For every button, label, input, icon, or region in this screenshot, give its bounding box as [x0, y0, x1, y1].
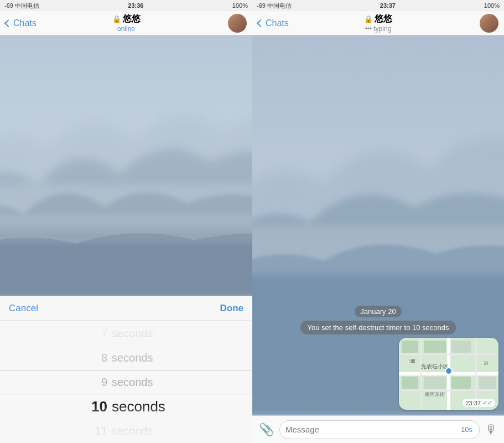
left-lock-icon: 🔒 — [112, 15, 121, 23]
right-status-bar: -69 中国电信 23:37 100% — [252, 0, 504, 11]
svg-rect-18 — [479, 377, 496, 389]
left-panel: -69 中国电信 23:36 100% Chats 🔒 悠悠 online — [0, 0, 252, 443]
picker-item-9[interactable]: 9 seconds — [0, 370, 252, 394]
picker-item-7[interactable]: 7 seconds — [0, 321, 252, 346]
messages-overlay: January 20 You set the self-destruct tim… — [252, 300, 504, 415]
left-avatar[interactable] — [228, 14, 247, 33]
message-input-wrap: 10s — [279, 420, 480, 439]
left-signal: -69 中国电信 — [4, 2, 39, 10]
svg-text:南河东街: 南河东街 — [425, 392, 445, 397]
right-typing-status: ••• typing — [364, 25, 392, 33]
left-time: 23:36 — [128, 2, 143, 9]
left-contact-status: online — [112, 25, 141, 33]
map-message-bubble[interactable]: 先农坛小区 南河东街 一环路辅路 路 23:37 ✓✓ — [399, 338, 498, 410]
svg-rect-14 — [451, 341, 471, 353]
date-chip: January 20 — [355, 306, 401, 317]
done-button[interactable]: Done — [220, 303, 244, 314]
right-back-chevron — [257, 19, 264, 27]
left-nav-title: 🔒 悠悠 online — [112, 13, 141, 33]
svg-text:先农坛小区: 先农坛小区 — [421, 363, 449, 369]
cancel-button[interactable]: Cancel — [9, 303, 38, 314]
svg-rect-4 — [252, 225, 504, 275]
svg-rect-16 — [424, 377, 446, 389]
svg-rect-15 — [402, 377, 418, 389]
right-panel: -69 中国电信 23:37 100% Chats 🔒 悠悠 ••• typin… — [252, 0, 504, 443]
typing-label: typing — [373, 25, 391, 33]
right-input-bar: 📎 10s 🎙 — [252, 415, 504, 443]
picker-items: 7 seconds 8 seconds 9 seconds 10 seconds… — [0, 321, 252, 443]
right-back-label: Chats — [266, 18, 289, 28]
picker-item-8[interactable]: 8 seconds — [0, 346, 252, 370]
svg-rect-2 — [0, 214, 252, 244]
right-signal: -69 中国电信 — [257, 2, 292, 10]
left-back-chevron — [4, 19, 12, 27]
message-input[interactable] — [285, 425, 460, 434]
right-avatar-image — [480, 14, 498, 33]
attach-button[interactable]: 📎 — [257, 423, 276, 437]
system-message: You set the self-destruct timer to 10 se… — [300, 321, 455, 334]
right-lock-icon: 🔒 — [364, 15, 373, 23]
typing-dots: ••• — [365, 25, 372, 33]
mic-button[interactable]: 🎙 — [483, 423, 500, 437]
left-avatar-image — [228, 14, 247, 33]
right-time: 23:37 — [380, 2, 396, 9]
timer-indicator: 10s — [460, 425, 474, 434]
svg-text:路: 路 — [484, 361, 489, 365]
left-back-label: Chats — [13, 18, 37, 28]
picker-item-10-selected[interactable]: 10 seconds — [0, 394, 252, 419]
left-back-button[interactable]: Chats — [6, 18, 37, 28]
checkmark-icon: ✓✓ — [482, 399, 492, 406]
right-back-button[interactable]: Chats — [258, 18, 289, 28]
left-battery: 100% — [232, 2, 248, 9]
svg-point-23 — [445, 368, 452, 374]
cancel-done-bar: Cancel Done — [0, 296, 252, 321]
right-contact-name: 悠悠 — [375, 13, 392, 25]
left-background — [0, 35, 252, 296]
right-battery: 100% — [484, 2, 500, 9]
right-nav-bar: Chats 🔒 悠悠 ••• typing — [252, 11, 504, 35]
picker-item-11[interactable]: 11 seconds — [0, 419, 252, 443]
left-contact-name: 悠悠 — [123, 13, 141, 25]
map-message-time: 23:37 ✓✓ — [463, 399, 495, 407]
seconds-picker[interactable]: 7 seconds 8 seconds 9 seconds 10 seconds… — [0, 321, 252, 443]
left-nav-bar: Chats 🔒 悠悠 online — [0, 11, 252, 35]
right-chat-background: January 20 You set the self-destruct tim… — [252, 35, 504, 415]
right-nav-title: 🔒 悠悠 ••• typing — [364, 13, 392, 33]
right-avatar[interactable] — [480, 14, 498, 33]
svg-rect-12 — [402, 341, 418, 353]
svg-rect-17 — [451, 377, 471, 389]
left-status-bar: -69 中国电信 23:36 100% — [0, 0, 252, 11]
svg-rect-13 — [424, 341, 446, 353]
